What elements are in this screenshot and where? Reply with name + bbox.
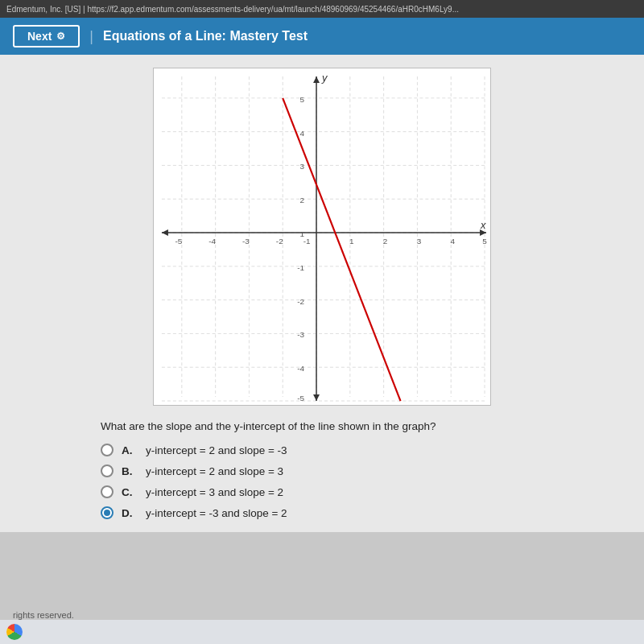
main-content: x y -5 -4 -3 -2 -1 1 2 3 4 5 5 4 3 2 1 -… [0,55,644,532]
answer-text-b: y-intercept = 2 and slope = 3 [146,465,283,477]
svg-text:-4: -4 [208,237,216,246]
svg-text:3: 3 [417,237,422,246]
app-header: Next ⚙ | Equations of a Line: Mastery Te… [0,18,644,55]
svg-text:4: 4 [300,129,305,138]
svg-text:x: x [480,219,486,231]
radio-d[interactable] [101,506,114,519]
answer-row-b: B. y-intercept = 2 and slope = 3 [101,464,543,477]
svg-text:3: 3 [300,162,305,171]
answer-text-c: y-intercept = 3 and slope = 2 [146,486,283,498]
svg-text:-2: -2 [297,297,304,306]
question-label: What are the slope and the y-intercept o… [101,420,436,432]
page-title: Equations of a Line: Mastery Test [103,29,308,43]
svg-rect-0 [154,68,490,405]
radio-c[interactable] [101,485,114,498]
answer-row-a: A. y-intercept = 2 and slope = -3 [101,444,543,456]
answer-label-a: A. [122,444,138,456]
answer-row-d: D. y-intercept = -3 and slope = 2 [101,506,543,519]
answer-row-c: C. y-intercept = 3 and slope = 2 [101,485,543,498]
footer-text: rights reserved. [13,610,74,620]
radio-b[interactable] [101,464,114,477]
svg-text:5: 5 [300,95,305,104]
chrome-taskbar [0,620,644,644]
next-arrow-icon: ⚙ [56,31,65,42]
svg-text:5: 5 [482,237,487,246]
svg-text:-2: -2 [276,237,283,246]
graph-container: x y -5 -4 -3 -2 -1 1 2 3 4 5 5 4 3 2 1 -… [153,68,491,406]
browser-url: https://f2.app.edmentum.com/assessments-… [87,5,459,14]
next-label: Next [27,30,52,43]
chrome-icon [6,624,23,640]
answer-label-c: C. [122,486,138,498]
svg-text:-3: -3 [297,330,304,339]
svg-text:2: 2 [300,196,305,204]
svg-text:-1: -1 [297,263,304,272]
browser-company: Edmentum, Inc. [US] [6,5,80,14]
svg-text:-5: -5 [175,237,182,246]
header-divider: | [89,28,93,45]
radio-a[interactable] [101,444,114,456]
footer: rights reserved. [0,610,644,620]
answer-label-d: D. [122,507,138,519]
svg-text:-4: -4 [297,364,304,373]
svg-text:-3: -3 [242,237,250,246]
next-button[interactable]: Next ⚙ [13,25,80,47]
answer-label-b: B. [122,465,138,477]
svg-text:1: 1 [300,229,305,238]
coordinate-graph: x y -5 -4 -3 -2 -1 1 2 3 4 5 5 4 3 2 1 -… [154,68,490,405]
answers-container: A. y-intercept = 2 and slope = -3 B. y-i… [101,444,543,519]
svg-text:4: 4 [450,237,455,246]
answer-text-d: y-intercept = -3 and slope = 2 [146,507,287,519]
svg-text:2: 2 [383,237,388,246]
answer-text-a: y-intercept = 2 and slope = -3 [146,444,287,456]
svg-text:1: 1 [349,237,354,246]
svg-text:-5: -5 [297,394,304,402]
question-text: What are the slope and the y-intercept o… [101,420,543,432]
browser-bar: Edmentum, Inc. [US] | https://f2.app.edm… [0,0,644,18]
